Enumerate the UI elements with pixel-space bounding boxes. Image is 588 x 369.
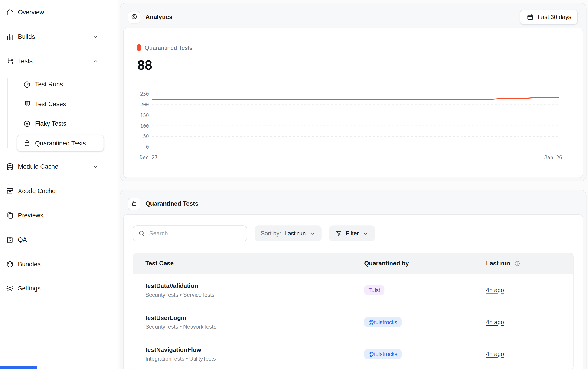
y-tick-label: 200 [140, 102, 149, 108]
cell-last-run: 4h ago [474, 351, 573, 357]
quarantined-tests-card: Quarantined Tests Sort by: Last run [120, 190, 586, 369]
table-row[interactable]: testNavigationFlowIntegrationTests • Uti… [133, 338, 573, 369]
tests-subnav: Test Runs Test Cases Flaky Tests Quarant… [0, 76, 118, 152]
chevron-down-icon [362, 230, 369, 237]
test-case-suites: IntegrationTests • UtilityTests [145, 356, 352, 362]
sidebar-item-xcode-cache[interactable]: Xcode Cache [0, 179, 118, 203]
cell-test-case: testUserLoginSecurityTests • NetworkTest… [133, 314, 352, 330]
column-last-run[interactable]: Last run [474, 260, 573, 267]
test-case-name: testUserLogin [145, 314, 352, 321]
x-tick-end: Jan 26 [544, 155, 562, 161]
bottom-left-partial-element[interactable] [0, 366, 37, 369]
gear-icon [5, 284, 14, 293]
cell-last-run: 4h ago [474, 287, 573, 293]
sidebar-item-test-runs[interactable]: Test Runs [17, 76, 104, 93]
cell-test-case: testNavigationFlowIntegrationTests • Uti… [133, 347, 352, 362]
sidebar-item-label: Test Runs [35, 81, 104, 88]
quarantined-card-title: Quarantined Tests [145, 200, 198, 207]
y-tick-label: 250 [140, 91, 149, 97]
chevron-down-icon [92, 163, 99, 170]
sidebar-item-tests[interactable]: Tests [0, 49, 118, 73]
y-tick-label: 50 [143, 133, 149, 139]
clipboard-check-icon [5, 235, 14, 244]
column-quarantined-by[interactable]: Quarantined by [352, 260, 474, 267]
sidebar-item-previews[interactable]: Previews [0, 203, 118, 227]
table-row[interactable]: testUserLoginSecurityTests • NetworkTest… [133, 306, 573, 338]
test-tubes-icon [22, 100, 32, 109]
analytics-card: Analytics Last 30 days Quarantined Tests… [120, 3, 586, 181]
legend-label: Quarantined Tests [145, 44, 192, 51]
sidebar-item-label: Flaky Tests [35, 120, 104, 127]
last-run-link[interactable]: 4h ago [486, 318, 504, 325]
sidebar-item-label: Quarantined Tests [35, 140, 104, 147]
quarantined-card-header: Quarantined Tests [123, 193, 583, 215]
quarantined-panel: Sort by: Last run Filter Test Case Quara… [123, 215, 583, 369]
table-row[interactable]: testDataValidationSecurityTests • Servic… [133, 274, 573, 306]
chevron-down-icon [309, 230, 316, 237]
chart-grid [152, 94, 558, 147]
search-input[interactable] [149, 230, 242, 237]
analytics-card-title: Analytics [145, 14, 172, 20]
cell-test-case: testDataValidationSecurityTests • Servic… [133, 282, 352, 298]
sidebar-item-module-cache[interactable]: Module Cache [0, 154, 118, 179]
quarantined-tests-table: Test Case Quarantined by Last run testDa… [133, 253, 574, 369]
column-last-run-label: Last run [486, 260, 510, 267]
chart-legend: Quarantined Tests [138, 44, 568, 51]
home-icon [5, 8, 14, 17]
search-box[interactable] [133, 226, 247, 241]
filter-button[interactable]: Filter [329, 226, 375, 241]
date-range-button[interactable]: Last 30 days [520, 10, 578, 25]
chart-line [152, 97, 558, 100]
device-preview-icon [5, 211, 14, 220]
archive-icon [5, 186, 14, 195]
sidebar-item-quarantined-tests[interactable]: Quarantined Tests [17, 135, 104, 152]
table-header: Test Case Quarantined by Last run [133, 253, 573, 274]
table-controls: Sort by: Last run Filter [133, 226, 574, 241]
cell-quarantined-by: Tuist [352, 285, 474, 295]
filter-label: Filter [346, 230, 359, 237]
sidebar-item-label: QA [18, 236, 99, 243]
analytics-panel: Quarantined Tests 88 250200150100500 Dec… [123, 28, 583, 178]
test-case-suites: SecurityTests • NetworkTests [145, 323, 352, 329]
calendar-icon [527, 13, 534, 21]
last-run-link[interactable]: 4h ago [486, 351, 504, 357]
database-icon [5, 162, 14, 171]
main-content: Analytics Last 30 days Quarantined Tests… [118, 0, 588, 369]
y-tick-label: 100 [140, 123, 149, 129]
sidebar-item-label: Previews [18, 212, 99, 219]
sidebar-item-flaky-tests[interactable]: Flaky Tests [17, 115, 104, 132]
metric-value: 88 [138, 57, 568, 73]
sidebar-item-test-cases[interactable]: Test Cases [17, 95, 104, 112]
analytics-icon-chip [128, 11, 140, 23]
last-run-link[interactable]: 4h ago [486, 287, 504, 293]
sidebar-item-label: Bundles [18, 260, 99, 268]
app: Overview Builds Tests Test Runs Te [0, 0, 588, 369]
sort-by-button[interactable]: Sort by: Last run [255, 226, 322, 241]
package-icon [5, 260, 14, 269]
sidebar-item-label: Builds [18, 33, 89, 40]
sidebar-item-qa[interactable]: QA [0, 227, 118, 252]
sidebar-item-label: Module Cache [18, 163, 89, 170]
sidebar-item-settings[interactable]: Settings [0, 276, 118, 301]
chart-svg [152, 94, 558, 147]
sidebar-item-builds[interactable]: Builds [0, 24, 118, 49]
column-test-case[interactable]: Test Case [133, 260, 352, 267]
sidebar-item-bundles[interactable]: Bundles [0, 252, 118, 276]
quarantined-by-badge: Tuist [364, 285, 384, 295]
y-tick-label: 0 [146, 144, 149, 150]
sidebar-item-overview[interactable]: Overview [0, 0, 118, 24]
sidebar-item-label: Test Cases [35, 100, 104, 108]
quarantined-by-badge: @tuistrocks [364, 349, 401, 359]
line-chart: 250200150100500 [138, 94, 568, 147]
test-case-name: testDataValidation [145, 282, 352, 289]
sidebar-nav: Overview Builds Tests Test Runs Te [0, 0, 118, 301]
y-tick-label: 150 [140, 113, 149, 118]
test-case-suites: SecurityTests • ServiceTests [145, 292, 352, 298]
chevron-down-icon [92, 33, 99, 40]
chart-y-axis: 250200150100500 [138, 94, 149, 147]
chart-x-axis: Dec 27 Jan 26 [140, 155, 562, 161]
sidebar: Overview Builds Tests Test Runs Te [0, 0, 118, 369]
sidebar-item-label: Overview [18, 9, 99, 16]
cell-quarantined-by: @tuistrocks [352, 349, 474, 359]
table-body: testDataValidationSecurityTests • Servic… [133, 274, 573, 369]
